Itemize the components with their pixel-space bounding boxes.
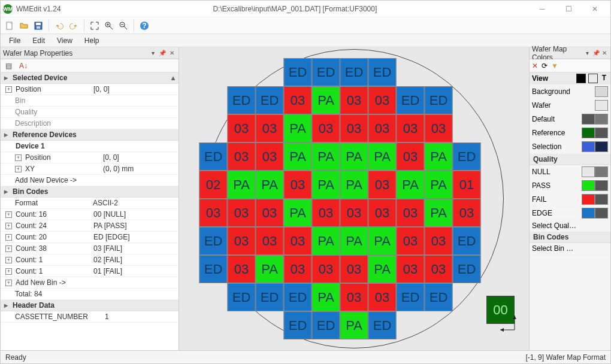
- die-cell[interactable]: PA: [284, 199, 312, 227]
- properties-tree[interactable]: ▸Selected Device▴ +Position[0, 0] Bin Qu…: [1, 72, 179, 350]
- expand-icon[interactable]: +: [5, 234, 12, 241]
- die-cell[interactable]: ED: [256, 283, 284, 311]
- die-cell[interactable]: 03: [284, 255, 312, 283]
- color-row[interactable]: NULL: [530, 165, 610, 179]
- die-cell[interactable]: ED: [397, 283, 425, 311]
- die-cell[interactable]: 03: [425, 227, 453, 255]
- die-cell[interactable]: PA: [425, 199, 453, 227]
- filter-icon[interactable]: ▼: [551, 62, 558, 70]
- color-row[interactable]: Default: [530, 113, 610, 126]
- new-icon[interactable]: [3, 19, 16, 32]
- die-cell[interactable]: PA: [284, 114, 312, 142]
- die-cell[interactable]: ED: [312, 58, 340, 86]
- die-cell[interactable]: PA: [312, 86, 340, 114]
- color-row[interactable]: FAIL: [530, 193, 610, 207]
- section-header-data[interactable]: ▸Header Data: [1, 300, 179, 311]
- menu-edit[interactable]: Edit: [28, 35, 50, 46]
- sort-az-icon[interactable]: A↓: [17, 59, 30, 72]
- view-text-icon[interactable]: T: [600, 74, 608, 83]
- die-cell[interactable]: 03: [284, 171, 312, 199]
- zoom-out-icon[interactable]: [117, 19, 130, 32]
- die-cell[interactable]: 03: [256, 199, 284, 227]
- select-bin-link[interactable]: Select Bin …: [532, 244, 608, 253]
- view-fill-icon[interactable]: [576, 74, 586, 83]
- redo-icon[interactable]: [67, 19, 80, 32]
- expand-icon[interactable]: +: [5, 245, 12, 252]
- add-bin-link[interactable]: Add New Bin ->: [16, 278, 176, 287]
- die-cell[interactable]: 03: [228, 227, 256, 255]
- die-cell[interactable]: PA: [368, 142, 397, 171]
- maximize-button[interactable]: ☐: [555, 1, 582, 17]
- save-icon[interactable]: [32, 19, 45, 32]
- die-cell[interactable]: ED: [199, 255, 228, 283]
- die-cell[interactable]: 03: [340, 114, 368, 142]
- wafer-grid[interactable]: EDEDEDEDEDED03PA0303EDED0303PA0303030303…: [199, 58, 509, 339]
- view-outline-icon[interactable]: [588, 74, 598, 83]
- die-cell[interactable]: PA: [368, 255, 397, 283]
- die-cell[interactable]: 03: [340, 283, 368, 311]
- die-cell[interactable]: PA: [397, 171, 425, 199]
- die-cell[interactable]: ED: [425, 86, 453, 114]
- die-cell[interactable]: 03: [425, 255, 453, 283]
- expand-icon[interactable]: +: [5, 257, 12, 263]
- die-cell[interactable]: 03: [312, 199, 340, 227]
- die-cell[interactable]: PA: [284, 142, 312, 171]
- panel-pin-icon[interactable]: 📌: [592, 49, 599, 57]
- menu-view[interactable]: View: [52, 35, 77, 46]
- zoom-in-icon[interactable]: [102, 19, 116, 32]
- section-selected-device[interactable]: ▸Selected Device▴: [1, 72, 179, 84]
- die-cell[interactable]: 03: [453, 199, 481, 227]
- close-button[interactable]: ✕: [582, 1, 608, 17]
- die-cell[interactable]: ED: [256, 86, 284, 114]
- die-cell[interactable]: PA: [312, 227, 340, 255]
- die-cell[interactable]: 03: [397, 227, 425, 255]
- die-cell[interactable]: PA: [368, 227, 397, 255]
- die-cell[interactable]: 03: [397, 142, 425, 171]
- die-cell[interactable]: 03: [368, 283, 397, 311]
- die-cell[interactable]: 03: [368, 171, 397, 199]
- color-row[interactable]: Reference: [530, 126, 610, 140]
- die-cell[interactable]: ED: [368, 58, 397, 86]
- section-reference-devices[interactable]: ▸Reference Devices: [1, 129, 179, 141]
- die-cell[interactable]: ED: [453, 255, 481, 283]
- die-cell[interactable]: 03: [284, 227, 312, 255]
- menu-help[interactable]: Help: [80, 35, 104, 46]
- color-row[interactable]: PASS: [530, 179, 610, 193]
- die-cell[interactable]: 03: [397, 114, 425, 142]
- die-cell[interactable]: 03: [228, 114, 256, 142]
- die-cell[interactable]: ED: [199, 142, 228, 171]
- expand-icon[interactable]: +: [5, 211, 12, 218]
- die-cell[interactable]: PA: [340, 311, 368, 339]
- undo-icon[interactable]: [53, 19, 66, 32]
- die-cell[interactable]: ED: [453, 142, 481, 171]
- die-cell[interactable]: PA: [340, 227, 368, 255]
- die-cell[interactable]: 03: [256, 142, 284, 171]
- die-cell[interactable]: PA: [312, 142, 340, 171]
- die-cell[interactable]: PA: [425, 142, 453, 171]
- panel-pin-icon[interactable]: 📌: [158, 49, 167, 57]
- die-cell[interactable]: PA: [312, 283, 340, 311]
- die-cell[interactable]: 03: [256, 227, 284, 255]
- panel-close-icon[interactable]: ✕: [601, 49, 608, 57]
- fullscreen-icon[interactable]: [88, 19, 101, 32]
- die-cell[interactable]: PA: [425, 171, 453, 199]
- die-cell[interactable]: ED: [312, 311, 340, 339]
- minimize-button[interactable]: ─: [529, 1, 555, 17]
- die-cell[interactable]: 03: [397, 255, 425, 283]
- die-cell[interactable]: 03: [368, 86, 397, 114]
- die-cell[interactable]: ED: [453, 227, 481, 255]
- expand-icon[interactable]: +: [5, 223, 12, 229]
- color-row[interactable]: Background: [530, 85, 610, 99]
- die-cell[interactable]: PA: [340, 142, 368, 171]
- die-cell[interactable]: 03: [312, 114, 340, 142]
- section-bin-codes[interactable]: ▸Bin Codes: [1, 186, 179, 198]
- die-cell[interactable]: ED: [425, 283, 453, 311]
- die-cell[interactable]: 03: [368, 199, 397, 227]
- expand-icon[interactable]: +: [15, 154, 22, 161]
- die-cell[interactable]: PA: [256, 255, 284, 283]
- menu-file[interactable]: File: [4, 35, 25, 46]
- die-cell[interactable]: ED: [397, 86, 425, 114]
- add-device-link[interactable]: Add New Device ->: [15, 176, 176, 184]
- die-cell[interactable]: ED: [284, 58, 312, 86]
- expand-icon[interactable]: +: [5, 280, 12, 286]
